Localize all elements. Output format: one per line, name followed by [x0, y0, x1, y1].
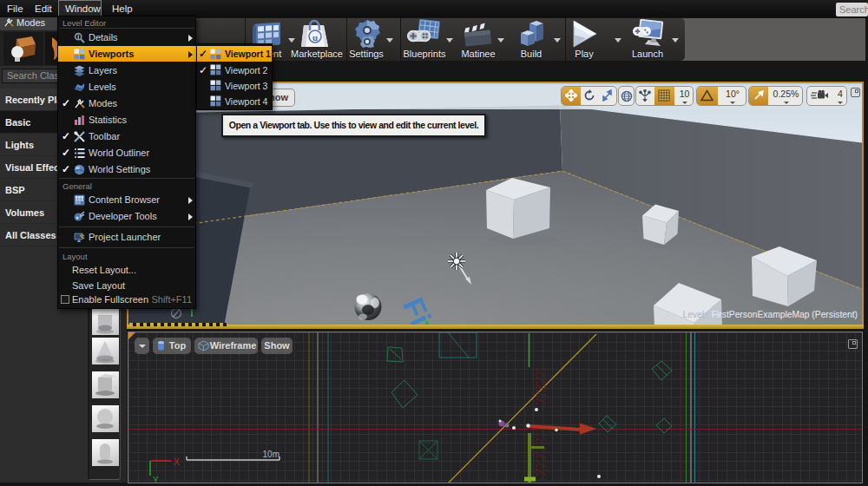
svg-text:u: u [312, 32, 318, 43]
svg-text:i: i [77, 34, 79, 40]
svg-text:Y: Y [153, 476, 159, 483]
svg-text:X: X [174, 457, 180, 467]
svg-text:10m: 10m [263, 450, 279, 459]
svg-text:Level: FirstPersonExampleMap: Level: FirstPersonExampleMap (Persistent… [683, 310, 858, 319]
